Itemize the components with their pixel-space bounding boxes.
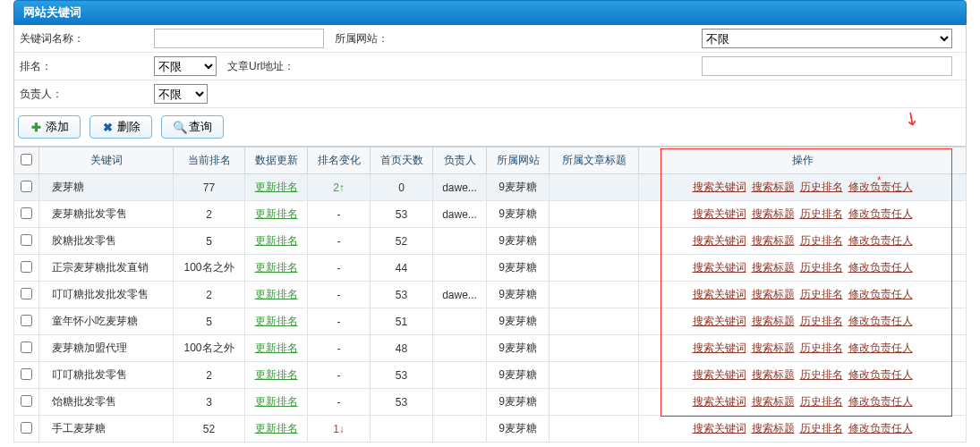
update-rank-link[interactable]: 更新排名 bbox=[255, 368, 298, 381]
op-history-rank-link[interactable]: 历史排名 bbox=[800, 261, 843, 274]
row-checkbox[interactable] bbox=[21, 207, 32, 219]
owner-select[interactable]: 不限 bbox=[154, 84, 208, 104]
update-rank-link[interactable]: 更新排名 bbox=[255, 234, 298, 247]
cell-owner bbox=[433, 308, 487, 335]
update-rank-link[interactable]: 更新排名 bbox=[255, 395, 298, 408]
delete-button[interactable]: ✖ 删除 bbox=[89, 115, 152, 139]
select-all-checkbox[interactable] bbox=[21, 154, 32, 165]
op-search-keyword-link[interactable]: 搜索关键词 bbox=[693, 234, 746, 247]
cell-change: - bbox=[308, 362, 371, 389]
op-history-rank-link[interactable]: 历史排名 bbox=[800, 315, 843, 327]
cell-days: 51 bbox=[371, 308, 433, 335]
cell-days: 52 bbox=[371, 228, 433, 255]
label-site: 所属网站： bbox=[329, 25, 696, 52]
op-modify-owner-link[interactable]: 修改负责任人 bbox=[848, 234, 913, 247]
magnifier-icon: 🔍 bbox=[173, 121, 185, 133]
op-search-title-link[interactable]: 搜索标题 bbox=[752, 395, 795, 408]
op-search-title-link[interactable]: 搜索标题 bbox=[752, 288, 795, 300]
rank-select[interactable]: 不限 bbox=[154, 56, 217, 76]
cell-owner bbox=[433, 362, 487, 389]
row-checkbox[interactable] bbox=[21, 315, 32, 326]
row-checkbox[interactable] bbox=[21, 395, 32, 407]
cell-owner: dawe... bbox=[433, 282, 487, 308]
op-search-title-link[interactable]: 搜索标题 bbox=[752, 234, 795, 247]
op-modify-owner-link[interactable]: 修改负责任人 bbox=[848, 342, 913, 354]
op-search-keyword-link[interactable]: 搜索关键词 bbox=[693, 181, 746, 193]
cell-ops: 搜索关键词搜索标题历史排名修改负责任人 bbox=[639, 228, 967, 255]
op-modify-owner-link[interactable]: 修改负责任人 bbox=[848, 368, 913, 381]
update-rank-link[interactable]: 更新排名 bbox=[255, 261, 298, 274]
add-button-label: 添加 bbox=[46, 119, 69, 135]
op-history-rank-link[interactable]: 历史排名 bbox=[800, 288, 843, 300]
cell-days bbox=[371, 416, 433, 443]
op-modify-owner-link[interactable]: 修改负责任人 bbox=[848, 395, 913, 408]
row-checkbox[interactable] bbox=[21, 422, 32, 434]
op-history-rank-link[interactable]: 历史排名 bbox=[800, 207, 843, 220]
op-history-rank-link[interactable]: 历史排名 bbox=[800, 368, 843, 381]
update-rank-link[interactable]: 更新排名 bbox=[255, 315, 298, 327]
op-search-title-link[interactable]: 搜索标题 bbox=[752, 368, 795, 381]
label-owner: 负责人： bbox=[14, 80, 149, 107]
cell-keyword: 手工麦芽糖 bbox=[39, 416, 174, 443]
row-checkbox[interactable] bbox=[21, 342, 32, 353]
op-search-keyword-link[interactable]: 搜索关键词 bbox=[693, 207, 746, 220]
update-rank-link[interactable]: 更新排名 bbox=[255, 422, 298, 434]
cell-days: 53 bbox=[371, 362, 433, 389]
cell-site: 9麦芽糖 bbox=[487, 335, 550, 362]
op-search-keyword-link[interactable]: 搜索关键词 bbox=[693, 342, 746, 354]
op-search-keyword-link[interactable]: 搜索关键词 bbox=[693, 315, 746, 327]
col-change: 排名变化 bbox=[308, 148, 371, 174]
op-modify-owner-link[interactable]: 修改负责任人 bbox=[848, 288, 913, 300]
cell-keyword: 饴糖批发零售 bbox=[39, 389, 174, 416]
op-modify-owner-link[interactable]: 修改负责任人 bbox=[848, 315, 913, 327]
op-history-rank-link[interactable]: 历史排名 bbox=[800, 422, 843, 434]
op-search-title-link[interactable]: 搜索标题 bbox=[752, 261, 795, 274]
cell-days: 0 bbox=[371, 174, 433, 201]
op-search-keyword-link[interactable]: 搜索关键词 bbox=[693, 261, 746, 274]
op-history-rank-link[interactable]: 历史排名 bbox=[800, 181, 843, 193]
op-history-rank-link[interactable]: 历史排名 bbox=[800, 342, 843, 354]
op-search-keyword-link[interactable]: 搜索关键词 bbox=[693, 422, 746, 434]
cell-keyword: 叮叮糖批发批发零售 bbox=[39, 282, 174, 308]
op-search-keyword-link[interactable]: 搜索关键词 bbox=[693, 288, 746, 300]
url-input[interactable] bbox=[702, 56, 952, 76]
cell-days: 53 bbox=[371, 282, 433, 308]
op-search-title-link[interactable]: 搜索标题 bbox=[752, 315, 795, 327]
update-rank-link[interactable]: 更新排名 bbox=[255, 207, 298, 220]
update-rank-link[interactable]: 更新排名 bbox=[255, 342, 298, 354]
site-select[interactable]: 不限 bbox=[702, 29, 952, 48]
op-search-keyword-link[interactable]: 搜索关键词 bbox=[693, 395, 746, 408]
update-rank-link[interactable]: 更新排名 bbox=[255, 288, 298, 300]
row-checkbox[interactable] bbox=[21, 181, 32, 192]
op-modify-owner-link[interactable]: 修改负责任人 bbox=[848, 207, 913, 220]
cell-keyword: 麦芽糖加盟代理 bbox=[39, 335, 174, 362]
op-history-rank-link[interactable]: 历史排名 bbox=[800, 395, 843, 408]
row-checkbox[interactable] bbox=[21, 368, 32, 380]
op-modify-owner-link[interactable]: 修改负责任人 bbox=[848, 181, 913, 193]
op-search-title-link[interactable]: 搜索标题 bbox=[752, 181, 795, 193]
op-search-title-link[interactable]: 搜索标题 bbox=[752, 207, 795, 220]
op-search-keyword-link[interactable]: 搜索关键词 bbox=[693, 368, 746, 381]
cell-ops: 搜索关键词搜索标题历史排名修改负责任人 bbox=[639, 282, 967, 308]
row-checkbox[interactable] bbox=[21, 288, 32, 299]
col-ops: 操作 bbox=[639, 148, 967, 174]
keyword-name-input[interactable] bbox=[154, 29, 324, 48]
cell-owner bbox=[433, 228, 487, 255]
add-button[interactable]: ✚ 添加 bbox=[18, 115, 81, 139]
cell-site: 9麦芽糖 bbox=[487, 389, 550, 416]
op-modify-owner-link[interactable]: 修改负责任人 bbox=[848, 261, 913, 274]
op-modify-owner-link[interactable]: 修改负责任人 bbox=[848, 422, 913, 434]
table-row: 叮叮糖批发批发零售2更新排名-53dawe...9麦芽糖搜索关键词搜索标题历史排… bbox=[14, 282, 967, 308]
op-search-title-link[interactable]: 搜索标题 bbox=[752, 422, 795, 434]
op-search-title-link[interactable]: 搜索标题 bbox=[752, 342, 795, 354]
row-checkbox[interactable] bbox=[21, 261, 32, 273]
cell-rank: 52 bbox=[174, 416, 245, 443]
plus-icon: ✚ bbox=[30, 121, 42, 133]
row-checkbox[interactable] bbox=[21, 234, 32, 246]
cell-keyword: 叮叮糖批发零售 bbox=[39, 362, 174, 389]
op-history-rank-link[interactable]: 历史排名 bbox=[800, 234, 843, 247]
label-url: 文章Url地址： bbox=[222, 53, 696, 80]
update-rank-link[interactable]: 更新排名 bbox=[255, 181, 298, 193]
query-button[interactable]: 🔍 查询 bbox=[161, 115, 224, 139]
cell-rank: 2 bbox=[174, 362, 245, 389]
